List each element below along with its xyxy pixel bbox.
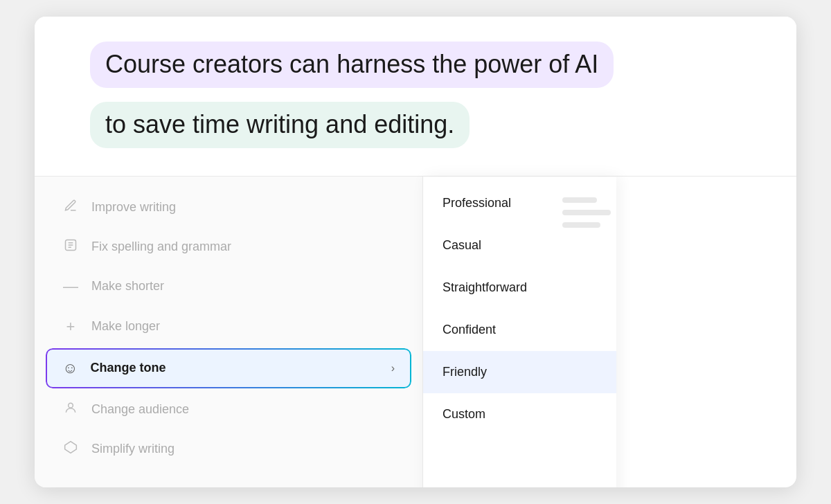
menu-item-fix-spelling[interactable]: Fix spelling and grammar [35, 227, 422, 267]
menu-item-make-longer[interactable]: + Make longer [35, 307, 422, 347]
text-line-2: to save time writing and editing. [90, 102, 470, 148]
change-tone-wrapper: ☺ Change tone › [46, 348, 411, 388]
left-menu-panel: Improve writing Fix spelling and grammar… [35, 177, 422, 487]
svg-marker-2 [65, 441, 77, 453]
change-tone-icon: ☺ [62, 359, 78, 377]
improve-writing-label: Improve writing [91, 200, 395, 215]
menu-item-improve-writing[interactable]: Improve writing [35, 188, 422, 227]
simplify-writing-icon [62, 440, 79, 458]
make-shorter-icon: — [62, 278, 79, 296]
text-preview-area: Course creators can harness the power of… [35, 17, 796, 177]
change-audience-icon [62, 401, 79, 418]
make-shorter-label: Make shorter [91, 279, 395, 294]
scroll-hint-1 [562, 197, 597, 203]
tone-option-friendly[interactable]: Friendly [423, 351, 616, 393]
menu-item-change-tone[interactable]: ☺ Change tone › [46, 348, 411, 388]
fix-spelling-icon [62, 238, 79, 255]
menu-item-simplify-writing[interactable]: Simplify writing [35, 429, 422, 469]
change-tone-label: Change tone [90, 361, 378, 375]
tone-option-casual[interactable]: Casual [423, 224, 616, 267]
simplify-writing-label: Simplify writing [91, 442, 395, 456]
text-line-1: Course creators can harness the power of… [90, 42, 614, 88]
make-longer-icon: + [62, 318, 79, 336]
menu-item-make-shorter[interactable]: — Make shorter [35, 267, 422, 307]
change-tone-chevron: › [391, 362, 395, 375]
tone-option-custom[interactable]: Custom [423, 393, 616, 435]
tone-option-confident[interactable]: Confident [423, 309, 616, 351]
main-container: Course creators can harness the power of… [35, 17, 796, 487]
tone-option-straightforward[interactable]: Straightforward [423, 267, 616, 309]
menu-area: Improve writing Fix spelling and grammar… [35, 177, 796, 487]
fix-spelling-label: Fix spelling and grammar [91, 240, 395, 254]
scroll-hint-3 [562, 222, 600, 228]
improve-writing-icon [62, 199, 79, 216]
svg-point-1 [69, 403, 73, 408]
tone-submenu: Professional Casual Straightforward Conf… [422, 177, 616, 487]
scroll-hint-2 [562, 210, 611, 215]
menu-item-change-audience[interactable]: Change audience [35, 390, 422, 429]
change-audience-label: Change audience [91, 402, 395, 417]
make-longer-label: Make longer [91, 319, 395, 334]
